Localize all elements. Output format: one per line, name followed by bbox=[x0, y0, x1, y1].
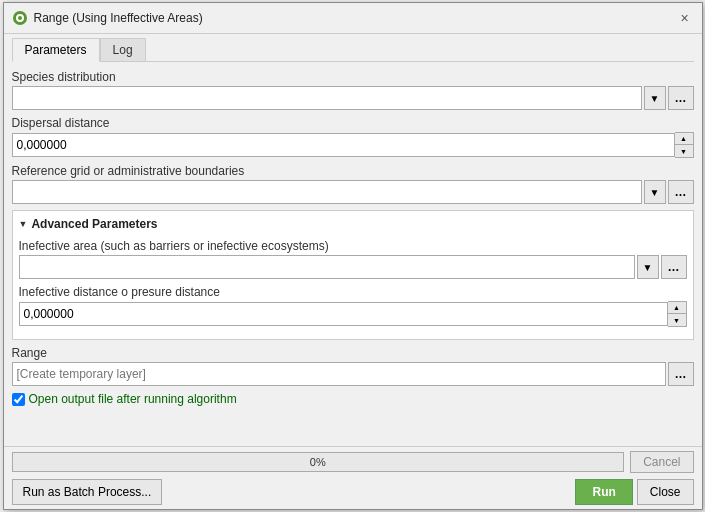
dialog-close-button[interactable]: × bbox=[676, 9, 694, 27]
advanced-collapse-icon: ▼ bbox=[19, 219, 28, 229]
ineffective-distance-group: Inefective distance o presure distance ▲… bbox=[19, 285, 687, 327]
ineffective-distance-up-btn[interactable]: ▲ bbox=[668, 302, 686, 314]
tab-bar: Parameters Log bbox=[4, 34, 702, 61]
dispersal-distance-up-btn[interactable]: ▲ bbox=[675, 133, 693, 145]
dispersal-distance-spinners: ▲ ▼ bbox=[675, 132, 694, 158]
range-input[interactable] bbox=[12, 362, 666, 386]
dispersal-distance-label: Dispersal distance bbox=[12, 116, 694, 130]
ineffective-distance-label: Inefective distance o presure distance bbox=[19, 285, 687, 299]
ineffective-area-group: Inefective area (such as barriers or ine… bbox=[19, 239, 687, 279]
species-distribution-group: Species distribution ▼ … bbox=[12, 70, 694, 110]
ineffective-distance-spinners: ▲ ▼ bbox=[668, 301, 687, 327]
progress-row: 0% Cancel bbox=[12, 451, 694, 473]
ineffective-area-browse-btn[interactable]: … bbox=[661, 255, 687, 279]
open-output-label: Open output file after running algorithm bbox=[29, 392, 237, 406]
range-label: Range bbox=[12, 346, 694, 360]
cancel-button[interactable]: Cancel bbox=[630, 451, 693, 473]
right-buttons: Run Close bbox=[575, 479, 693, 505]
reference-grid-group: Reference grid or administrative boundar… bbox=[12, 164, 694, 204]
range-row: … bbox=[12, 362, 694, 386]
reference-grid-dropdown-btn[interactable]: ▼ bbox=[644, 180, 666, 204]
dispersal-distance-down-btn[interactable]: ▼ bbox=[675, 145, 693, 157]
bottom-bar: 0% Cancel Run as Batch Process... Run Cl… bbox=[4, 446, 702, 509]
ineffective-distance-input[interactable] bbox=[19, 302, 668, 326]
reference-grid-browse-btn[interactable]: … bbox=[668, 180, 694, 204]
ineffective-distance-down-btn[interactable]: ▼ bbox=[668, 314, 686, 326]
ineffective-area-combo[interactable] bbox=[19, 255, 635, 279]
range-browse-btn[interactable]: … bbox=[668, 362, 694, 386]
main-dialog: Range (Using Ineffective Areas) × Parame… bbox=[3, 2, 703, 510]
reference-grid-combo[interactable] bbox=[12, 180, 642, 204]
ineffective-distance-row: ▲ ▼ bbox=[19, 301, 687, 327]
dispersal-distance-row: ▲ ▼ bbox=[12, 132, 694, 158]
ineffective-area-dropdown-btn[interactable]: ▼ bbox=[637, 255, 659, 279]
reference-grid-row: ▼ … bbox=[12, 180, 694, 204]
run-button[interactable]: Run bbox=[575, 479, 632, 505]
tab-parameters[interactable]: Parameters bbox=[12, 38, 100, 62]
ineffective-area-label: Inefective area (such as barriers or ine… bbox=[19, 239, 687, 253]
action-row: Run as Batch Process... Run Close bbox=[12, 479, 694, 505]
advanced-parameters-box: ▼ Advanced Parameters Inefective area (s… bbox=[12, 210, 694, 340]
ineffective-area-row: ▼ … bbox=[19, 255, 687, 279]
open-output-row: Open output file after running algorithm bbox=[12, 392, 694, 406]
qgis-icon bbox=[12, 10, 28, 26]
title-bar-left: Range (Using Ineffective Areas) bbox=[12, 10, 203, 26]
advanced-parameters-header[interactable]: ▼ Advanced Parameters bbox=[19, 217, 687, 231]
close-button[interactable]: Close bbox=[637, 479, 694, 505]
species-distribution-combo[interactable] bbox=[12, 86, 642, 110]
batch-process-button[interactable]: Run as Batch Process... bbox=[12, 479, 163, 505]
species-distribution-label: Species distribution bbox=[12, 70, 694, 84]
dispersal-distance-group: Dispersal distance ▲ ▼ bbox=[12, 116, 694, 158]
species-distribution-browse-btn[interactable]: … bbox=[668, 86, 694, 110]
svg-point-2 bbox=[18, 16, 22, 20]
range-section: Range … bbox=[12, 346, 694, 386]
dispersal-distance-input[interactable] bbox=[12, 133, 675, 157]
tab-log[interactable]: Log bbox=[100, 38, 146, 61]
reference-grid-label: Reference grid or administrative boundar… bbox=[12, 164, 694, 178]
species-distribution-dropdown-btn[interactable]: ▼ bbox=[644, 86, 666, 110]
species-distribution-row: ▼ … bbox=[12, 86, 694, 110]
open-output-checkbox[interactable] bbox=[12, 393, 25, 406]
dialog-title: Range (Using Ineffective Areas) bbox=[34, 11, 203, 25]
progress-text: 0% bbox=[310, 456, 326, 468]
advanced-parameters-label: Advanced Parameters bbox=[31, 217, 157, 231]
title-bar: Range (Using Ineffective Areas) × bbox=[4, 3, 702, 34]
parameters-content: Species distribution ▼ … Dispersal dista… bbox=[4, 62, 702, 446]
progress-bar-container: 0% bbox=[12, 452, 625, 472]
